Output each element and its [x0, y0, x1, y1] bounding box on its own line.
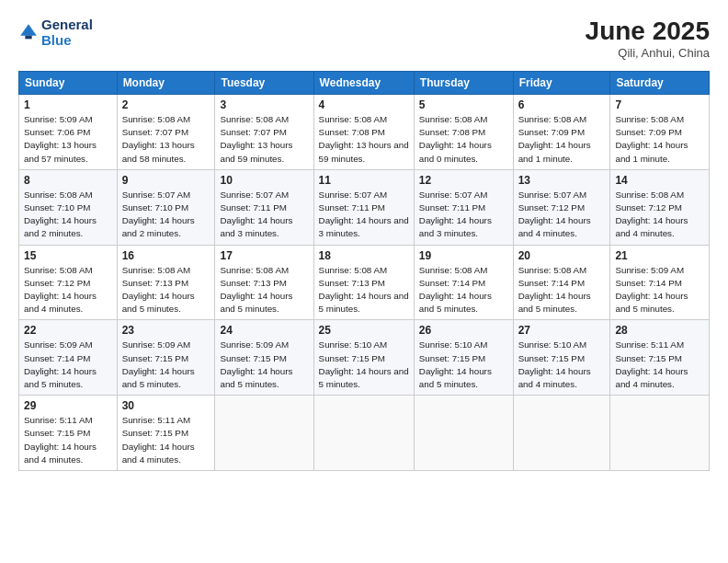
calendar-header-row: SundayMondayTuesdayWednesdayThursdayFrid… — [19, 72, 710, 95]
calendar-cell: 23Sunrise: 5:09 AMSunset: 7:15 PMDayligh… — [117, 320, 215, 396]
day-header-monday: Monday — [117, 72, 215, 95]
calendar-cell: 26Sunrise: 5:10 AMSunset: 7:15 PMDayligh… — [414, 320, 513, 396]
day-info: Sunrise: 5:07 AMSunset: 7:11 PMDaylight:… — [319, 189, 409, 241]
day-number: 15 — [24, 249, 112, 262]
day-number: 17 — [220, 249, 308, 262]
day-header-sunday: Sunday — [19, 72, 118, 95]
calendar-cell: 30Sunrise: 5:11 AMSunset: 7:15 PMDayligh… — [117, 396, 215, 471]
calendar-cell: 27Sunrise: 5:10 AMSunset: 7:15 PMDayligh… — [513, 320, 610, 396]
day-number: 20 — [518, 249, 606, 262]
day-info: Sunrise: 5:11 AMSunset: 7:15 PMDaylight:… — [24, 414, 112, 466]
header: General Blue June 2025 Qili, Anhui, Chin… — [18, 17, 710, 60]
day-info: Sunrise: 5:07 AMSunset: 7:11 PMDaylight:… — [419, 189, 508, 241]
day-info: Sunrise: 5:08 AMSunset: 7:07 PMDaylight:… — [122, 113, 210, 166]
day-number: 10 — [220, 174, 308, 187]
day-info: Sunrise: 5:09 AMSunset: 7:15 PMDaylight:… — [122, 339, 210, 391]
calendar-cell: 6Sunrise: 5:08 AMSunset: 7:09 PMDaylight… — [513, 95, 610, 170]
calendar-cell — [513, 396, 610, 471]
calendar-cell: 14Sunrise: 5:08 AMSunset: 7:12 PMDayligh… — [610, 169, 710, 245]
calendar-week-3: 15Sunrise: 5:08 AMSunset: 7:12 PMDayligh… — [19, 245, 710, 320]
day-info: Sunrise: 5:07 AMSunset: 7:11 PMDaylight:… — [220, 189, 308, 241]
day-info: Sunrise: 5:08 AMSunset: 7:09 PMDaylight:… — [518, 113, 606, 166]
calendar-cell — [313, 396, 414, 471]
day-info: Sunrise: 5:07 AMSunset: 7:10 PMDaylight:… — [122, 189, 210, 241]
day-number: 1 — [24, 98, 112, 111]
day-info: Sunrise: 5:08 AMSunset: 7:12 PMDaylight:… — [24, 264, 112, 316]
calendar-cell: 10Sunrise: 5:07 AMSunset: 7:11 PMDayligh… — [215, 169, 313, 245]
calendar-cell: 11Sunrise: 5:07 AMSunset: 7:11 PMDayligh… — [313, 169, 414, 245]
calendar-table: SundayMondayTuesdayWednesdayThursdayFrid… — [18, 71, 710, 471]
calendar-week-4: 22Sunrise: 5:09 AMSunset: 7:14 PMDayligh… — [19, 320, 710, 396]
day-number: 28 — [615, 324, 704, 337]
day-number: 8 — [24, 174, 112, 187]
location: Qili, Anhui, China — [586, 46, 710, 60]
calendar-cell: 25Sunrise: 5:10 AMSunset: 7:15 PMDayligh… — [313, 320, 414, 396]
day-number: 23 — [122, 324, 210, 337]
day-header-thursday: Thursday — [414, 72, 513, 95]
day-header-friday: Friday — [513, 72, 610, 95]
calendar-cell: 28Sunrise: 5:11 AMSunset: 7:15 PMDayligh… — [610, 320, 710, 396]
day-number: 30 — [122, 399, 210, 412]
calendar-cell — [610, 396, 710, 471]
page: General Blue June 2025 Qili, Anhui, Chin… — [0, 0, 728, 563]
day-number: 14 — [615, 174, 704, 187]
day-number: 24 — [220, 324, 308, 337]
calendar-cell — [215, 396, 313, 471]
calendar-cell: 3Sunrise: 5:08 AMSunset: 7:07 PMDaylight… — [215, 95, 313, 170]
day-number: 27 — [518, 324, 606, 337]
day-info: Sunrise: 5:09 AMSunset: 7:06 PMDaylight:… — [24, 113, 112, 166]
day-number: 12 — [419, 174, 508, 187]
calendar-week-1: 1Sunrise: 5:09 AMSunset: 7:06 PMDaylight… — [19, 95, 710, 170]
day-number: 29 — [24, 399, 112, 412]
day-number: 16 — [122, 249, 210, 262]
logo-icon — [18, 22, 39, 42]
day-header-wednesday: Wednesday — [313, 72, 414, 95]
calendar-cell: 15Sunrise: 5:08 AMSunset: 7:12 PMDayligh… — [19, 245, 118, 320]
calendar-cell: 17Sunrise: 5:08 AMSunset: 7:13 PMDayligh… — [215, 245, 313, 320]
title-area: June 2025 Qili, Anhui, China — [586, 17, 710, 60]
calendar-cell: 12Sunrise: 5:07 AMSunset: 7:11 PMDayligh… — [414, 169, 513, 245]
calendar-cell: 5Sunrise: 5:08 AMSunset: 7:08 PMDaylight… — [414, 95, 513, 170]
day-info: Sunrise: 5:08 AMSunset: 7:13 PMDaylight:… — [220, 264, 308, 316]
calendar-cell: 29Sunrise: 5:11 AMSunset: 7:15 PMDayligh… — [19, 396, 118, 471]
calendar-cell: 7Sunrise: 5:08 AMSunset: 7:09 PMDaylight… — [610, 95, 710, 170]
day-number: 26 — [419, 324, 508, 337]
day-number: 2 — [122, 98, 210, 111]
day-info: Sunrise: 5:08 AMSunset: 7:10 PMDaylight:… — [24, 189, 112, 241]
calendar-cell: 16Sunrise: 5:08 AMSunset: 7:13 PMDayligh… — [117, 245, 215, 320]
day-info: Sunrise: 5:10 AMSunset: 7:15 PMDaylight:… — [419, 339, 508, 391]
day-info: Sunrise: 5:10 AMSunset: 7:15 PMDaylight:… — [518, 339, 606, 391]
calendar-cell: 4Sunrise: 5:08 AMSunset: 7:08 PMDaylight… — [313, 95, 414, 170]
day-number: 11 — [319, 174, 409, 187]
day-number: 9 — [122, 174, 210, 187]
day-header-tuesday: Tuesday — [215, 72, 313, 95]
day-info: Sunrise: 5:08 AMSunset: 7:14 PMDaylight:… — [419, 264, 508, 316]
day-number: 25 — [319, 324, 409, 337]
day-info: Sunrise: 5:09 AMSunset: 7:15 PMDaylight:… — [220, 339, 308, 391]
day-info: Sunrise: 5:11 AMSunset: 7:15 PMDaylight:… — [615, 339, 704, 391]
day-info: Sunrise: 5:08 AMSunset: 7:07 PMDaylight:… — [220, 113, 308, 166]
day-number: 22 — [24, 324, 112, 337]
calendar-cell: 9Sunrise: 5:07 AMSunset: 7:10 PMDaylight… — [117, 169, 215, 245]
day-number: 4 — [319, 98, 409, 111]
day-number: 19 — [419, 249, 508, 262]
logo-blue: Blue — [41, 32, 72, 48]
day-info: Sunrise: 5:08 AMSunset: 7:12 PMDaylight:… — [615, 189, 704, 241]
day-info: Sunrise: 5:08 AMSunset: 7:14 PMDaylight:… — [518, 264, 606, 316]
day-number: 6 — [518, 98, 606, 111]
day-number: 21 — [615, 249, 704, 262]
svg-rect-1 — [25, 36, 31, 40]
calendar-cell: 18Sunrise: 5:08 AMSunset: 7:13 PMDayligh… — [313, 245, 414, 320]
day-info: Sunrise: 5:09 AMSunset: 7:14 PMDaylight:… — [615, 264, 704, 316]
calendar-cell — [414, 396, 513, 471]
calendar-cell: 13Sunrise: 5:07 AMSunset: 7:12 PMDayligh… — [513, 169, 610, 245]
calendar-cell: 22Sunrise: 5:09 AMSunset: 7:14 PMDayligh… — [19, 320, 118, 396]
day-info: Sunrise: 5:08 AMSunset: 7:13 PMDaylight:… — [122, 264, 210, 316]
day-info: Sunrise: 5:09 AMSunset: 7:14 PMDaylight:… — [24, 339, 112, 391]
day-info: Sunrise: 5:10 AMSunset: 7:15 PMDaylight:… — [319, 339, 409, 391]
day-number: 3 — [220, 98, 308, 111]
calendar-cell: 1Sunrise: 5:09 AMSunset: 7:06 PMDaylight… — [19, 95, 118, 170]
day-info: Sunrise: 5:08 AMSunset: 7:08 PMDaylight:… — [319, 113, 409, 166]
day-info: Sunrise: 5:08 AMSunset: 7:13 PMDaylight:… — [319, 264, 409, 316]
calendar-cell: 8Sunrise: 5:08 AMSunset: 7:10 PMDaylight… — [19, 169, 118, 245]
